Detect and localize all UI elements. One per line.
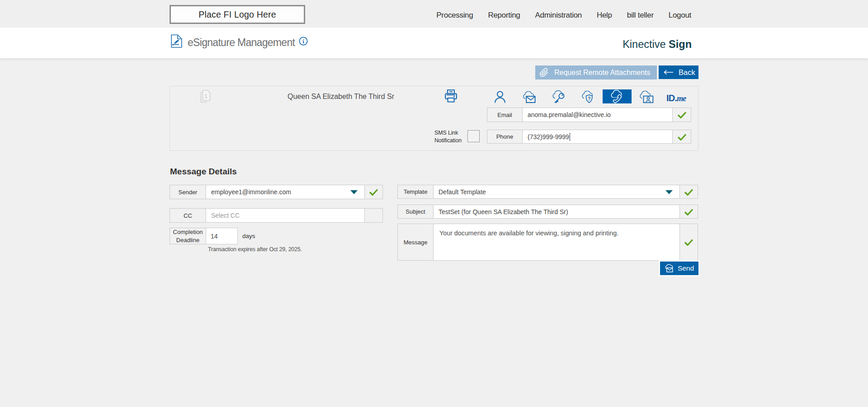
- svg-text:x: x: [172, 43, 174, 46]
- svg-text:i: i: [302, 38, 304, 45]
- svg-text:1: 1: [204, 93, 208, 99]
- svg-text:?: ?: [588, 96, 590, 101]
